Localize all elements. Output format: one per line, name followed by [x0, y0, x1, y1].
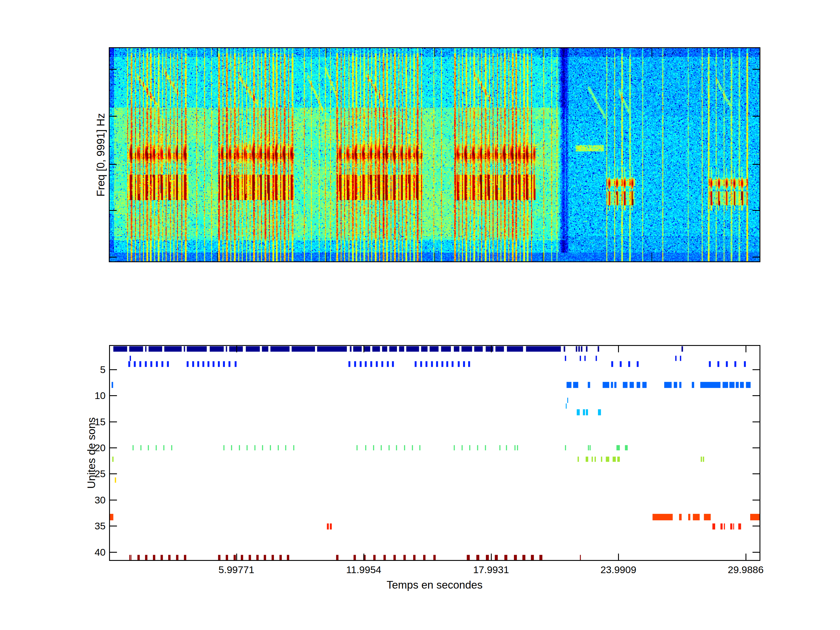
y-tick-label: 40	[95, 546, 106, 558]
raster-xlabel: Temps en secondes	[387, 579, 482, 591]
x-tick-label: 5.99771	[218, 564, 254, 575]
y-tick-label: 20	[95, 442, 106, 453]
spectrogram-ylabel: Freq [0, 9991] Hz	[95, 113, 107, 197]
y-tick-label: 5	[100, 364, 106, 375]
figure-canvas: Freq [0, 9991] Hz Unites de sons Temps e…	[0, 0, 840, 630]
x-tick-label: 11.9954	[346, 564, 381, 575]
y-tick-label: 30	[95, 494, 106, 505]
spectrogram-image	[109, 47, 760, 262]
y-tick-label: 25	[95, 468, 106, 480]
y-tick-label: 10	[95, 390, 106, 401]
raster-plot	[109, 345, 760, 561]
y-tick-label: 15	[95, 416, 106, 427]
y-tick-label: 35	[95, 520, 106, 532]
x-tick-label: 29.9886	[728, 564, 764, 575]
x-tick-label: 17.9931	[473, 564, 509, 575]
x-tick-label: 23.9909	[600, 564, 636, 575]
